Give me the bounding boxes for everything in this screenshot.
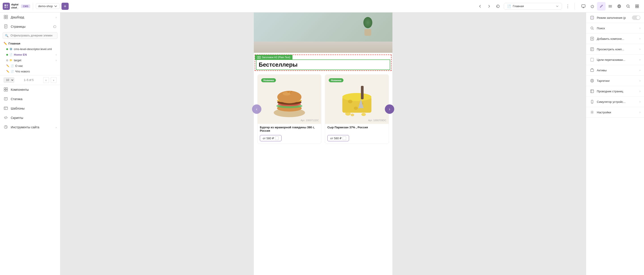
sidebar-item-site-tools[interactable]: Инструменты сайта › [0, 122, 60, 132]
h2-edit-field[interactable]: Бестселлеры [256, 60, 390, 70]
forward-icon [487, 4, 491, 8]
static-icon [4, 96, 8, 102]
rp-item-search[interactable]: Поиск › [586, 23, 644, 34]
rp-item-device-sim[interactable]: Симулятор устройс... › [586, 96, 644, 107]
back-button[interactable] [476, 2, 484, 10]
sidebar-item-dashboard[interactable]: Дашборд › [0, 12, 60, 22]
monitor-button[interactable] [579, 2, 588, 10]
rp-search-label: Поиск [597, 26, 637, 30]
svg-rect-19 [4, 90, 6, 91]
rp-drag-targets-label: Цели перетаскиван... [597, 58, 637, 62]
sidebar-search: 🔍 [3, 32, 58, 39]
more-button[interactable]: ⋮ [564, 2, 572, 10]
page-size-select[interactable]: 10 20 50 [4, 77, 14, 83]
shop-selector[interactable]: demo-shop [36, 3, 60, 9]
tree-item-target[interactable]: 📁 target › [0, 58, 60, 63]
svg-rect-42 [361, 86, 364, 99]
tree-item-home[interactable]: ✏️ Главная [0, 41, 60, 46]
edit-about-icon: ✏️ [6, 64, 10, 67]
menu-button[interactable] [606, 2, 614, 10]
tree-item-whats-new[interactable]: ✏️ 📄 Что нового [0, 69, 60, 74]
sidebar-item-pages[interactable]: Страницы [0, 22, 60, 31]
add-button[interactable]: + [62, 3, 69, 10]
dot-green-icon [6, 48, 8, 50]
next-page-button[interactable]: › [51, 77, 56, 83]
sidebar-item-templates[interactable]: Шаблоны [0, 104, 60, 113]
main-layout: Дашборд › Страницы 🔍 ✏️ Главная [0, 12, 644, 275]
rp-assets-icon [590, 68, 594, 73]
svg-rect-3 [6, 6, 8, 8]
rp-item-targeting[interactable]: Таргетинг › [586, 76, 644, 86]
svg-rect-18 [6, 88, 8, 89]
svg-rect-12 [4, 15, 6, 17]
rp-item-drag-targets[interactable]: Цели перетаскиван... › [586, 54, 644, 65]
rp-add-component-icon [590, 36, 594, 41]
product-card-inner-cheese[interactable]: Новинка [325, 74, 389, 144]
sidebar-item-scripts[interactable]: Скрипты [0, 113, 60, 122]
svg-point-48 [591, 27, 593, 29]
rp-settings-icon [590, 110, 594, 115]
product-badge-burger: Новинка [261, 78, 276, 82]
search-button[interactable] [624, 2, 632, 10]
fill-mode-toggle[interactable] [632, 16, 640, 20]
shop-name: demo-shop [38, 4, 53, 8]
power-button[interactable] [588, 2, 596, 10]
file-about-icon: 📄 [11, 64, 14, 67]
address-bar[interactable]: 📄 Главная [504, 3, 562, 10]
sidebar-item-static[interactable]: Статика [0, 94, 60, 104]
tree-item-cms-descriptor[interactable]: ⚙️ cms-level-descriptor.level.xml [0, 46, 60, 52]
selected-element-overlay[interactable]: Заголовок H2 (Plain Text) Бестселлеры [255, 54, 392, 71]
svg-rect-2 [4, 6, 6, 8]
sidebar-pagination: 10 20 50 1–5 of 5 ‹ › [0, 75, 60, 85]
edit-new-icon: ✏️ [6, 70, 10, 73]
prev-page-button[interactable]: ‹ [43, 77, 49, 83]
svg-rect-15 [6, 17, 8, 19]
divider [33, 3, 33, 10]
rp-item-page-nav[interactable]: Проводник страниц › [586, 86, 644, 96]
svg-rect-11 [637, 6, 639, 8]
price-checkbox-burger[interactable] [275, 136, 278, 140]
rp-item-assets[interactable]: Активы › [586, 65, 644, 76]
edit-home-icon: ✏️ [4, 42, 7, 45]
svg-rect-51 [590, 58, 594, 61]
grid-button[interactable] [633, 2, 641, 10]
price-checkbox-cheese[interactable] [342, 136, 346, 140]
sidebar-item-components[interactable]: Компоненты [0, 85, 60, 94]
filter-input[interactable] [3, 32, 58, 39]
rp-item-settings[interactable]: Настройки › [586, 107, 644, 118]
next-product-button[interactable]: › [385, 104, 394, 114]
pages-label: Страницы [11, 25, 51, 28]
rp-view-component-arrow-icon: › [640, 48, 640, 51]
rp-page-nav-label: Проводник страниц [597, 90, 637, 93]
folder-icon: 📁 [10, 59, 12, 62]
rp-item-view-component[interactable]: Просмотреть комп... › [586, 44, 644, 54]
rp-view-component-label: Просмотреть комп... [597, 48, 637, 51]
rp-item-add-component[interactable]: Добавить компоне... › [586, 34, 644, 44]
svg-rect-0 [4, 4, 6, 6]
tree-item-home-en[interactable]: 📄 Home EN › [0, 52, 60, 58]
dot-empty-icon [6, 60, 8, 61]
price-button-burger[interactable]: от 580 ₽ [260, 135, 282, 141]
refresh-button[interactable] [494, 2, 502, 10]
tree-item-about[interactable]: ✏️ 📄 О нас [0, 63, 60, 69]
price-button-cheese[interactable]: от 580 ₽ [327, 135, 349, 141]
product-name-cheese: Сыр Пармезан 37% , Россия [325, 124, 389, 134]
site-tools-label: Инструменты сайта [11, 126, 54, 129]
forward-button[interactable] [485, 2, 493, 10]
globe-icon [617, 4, 622, 8]
prev-product-button[interactable]: ‹ [252, 104, 262, 114]
file-icon: ⚙️ [10, 48, 12, 50]
edit-button[interactable] [597, 2, 606, 10]
site-tools-icon [4, 125, 8, 130]
svg-point-44 [350, 114, 354, 116]
svg-point-59 [592, 112, 593, 113]
page-icon: 📄 [507, 4, 511, 8]
svg-rect-20 [6, 90, 8, 91]
product-card-inner-burger[interactable]: Новинка [258, 74, 321, 144]
fill-mode-label: Режим заполнения (р [597, 16, 630, 20]
hero-image [254, 12, 392, 53]
rp-view-component-icon [590, 47, 594, 52]
refresh-pages-icon[interactable] [53, 25, 56, 28]
globe-button[interactable] [615, 2, 624, 10]
rp-targeting-arrow-icon: › [640, 79, 640, 82]
